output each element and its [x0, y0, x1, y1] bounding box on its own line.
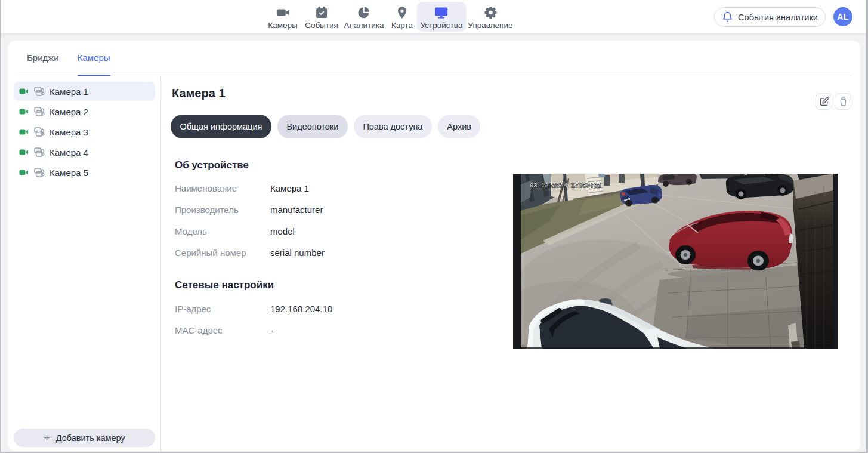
svg-text:03-12-2024 17:09:02: 03-12-2024 17:09:02 — [530, 182, 601, 189]
